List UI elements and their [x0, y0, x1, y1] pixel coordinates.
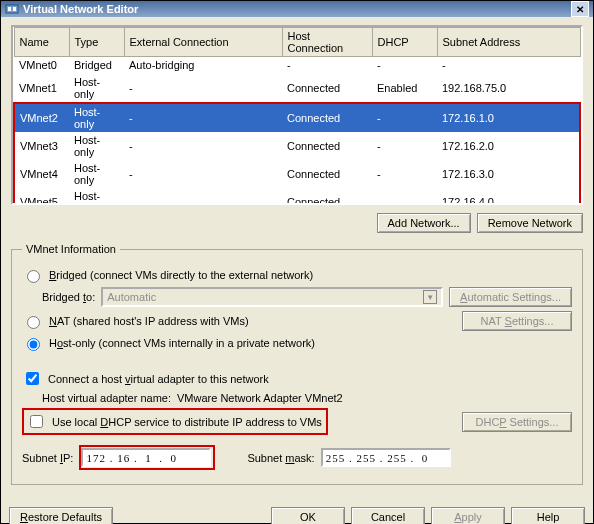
table-row[interactable]: VMnet3Host-only-Connected-172.16.2.0	[14, 132, 580, 160]
check-local-dhcp[interactable]	[30, 415, 43, 428]
adapter-name-value: VMware Network Adapter VMnet2	[177, 392, 343, 404]
titlebar: Virtual Network Editor ✕	[1, 1, 593, 17]
col-subnet[interactable]: Subnet Address	[437, 28, 580, 57]
col-name[interactable]: Name	[14, 28, 69, 57]
vmnet-info-group: VMnet Information BBridged (connect VMs …	[11, 243, 583, 485]
cell-sub: -	[437, 57, 580, 74]
cell-host: Connected	[282, 160, 372, 188]
cell-ext: Auto-bridging	[124, 57, 282, 74]
check-local-dhcp-label: Use local DHCP service to distribute IP …	[52, 416, 322, 428]
dhcp-settings-button: DHCP Settings...	[462, 412, 572, 432]
radio-hostonly-label: Host-only (connect VMs internally in a p…	[49, 337, 315, 349]
cell-type: Bridged	[69, 57, 124, 74]
cell-host: Connected	[282, 103, 372, 132]
window-title: Virtual Network Editor	[23, 3, 138, 15]
cell-sub: 172.16.2.0	[437, 132, 580, 160]
cell-sub: 192.168.75.0	[437, 74, 580, 103]
col-dhcp[interactable]: DHCP	[372, 28, 437, 57]
table-row[interactable]: VMnet5Host-only-Connected-172.16.4.0	[14, 188, 580, 206]
cell-sub: 172.16.3.0	[437, 160, 580, 188]
ok-button[interactable]: OK	[271, 507, 345, 524]
remove-network-button[interactable]: Remove Network	[477, 213, 583, 233]
table-row[interactable]: VMnet1Host-only-ConnectedEnabled192.168.…	[14, 74, 580, 103]
col-ext[interactable]: External Connection	[124, 28, 282, 57]
bridged-to-select: Automatic ▼	[101, 287, 443, 307]
subnet-mask-label: Subnet mask:	[247, 452, 314, 464]
svg-rect-2	[13, 7, 16, 11]
adapter-name-label: Host virtual adapter name:	[42, 392, 171, 404]
table-row[interactable]: VMnet0BridgedAuto-bridging---	[14, 57, 580, 74]
cell-host: Connected	[282, 74, 372, 103]
svg-rect-1	[8, 7, 11, 11]
table-row[interactable]: VMnet4Host-only-Connected-172.16.3.0	[14, 160, 580, 188]
cell-ext: -	[124, 160, 282, 188]
cell-ext: -	[124, 132, 282, 160]
cell-name: VMnet2	[14, 103, 69, 132]
cell-type: Host-only	[69, 160, 124, 188]
cell-dhcp: -	[372, 103, 437, 132]
dhcp-highlight: Use local DHCP service to distribute IP …	[22, 408, 328, 435]
cell-ext: -	[124, 188, 282, 206]
cell-host: Connected	[282, 132, 372, 160]
cell-ext: -	[124, 103, 282, 132]
cell-type: Host-only	[69, 74, 124, 103]
content: Name Type External Connection Host Conne…	[1, 17, 593, 499]
cell-name: VMnet1	[14, 74, 69, 103]
help-button[interactable]: Help	[511, 507, 585, 524]
cell-dhcp: -	[372, 132, 437, 160]
check-connect-adapter[interactable]	[26, 372, 39, 385]
cell-sub: 172.16.4.0	[437, 188, 580, 206]
cell-type: Host-only	[69, 103, 124, 132]
cell-name: VMnet5	[14, 188, 69, 206]
cell-name: VMnet3	[14, 132, 69, 160]
subnet-mask-input[interactable]	[321, 448, 451, 467]
svg-rect-0	[6, 5, 18, 13]
cell-type: Host-only	[69, 188, 124, 206]
cell-name: VMnet0	[14, 57, 69, 74]
automatic-settings-button: Automatic Settings...	[449, 287, 572, 307]
cell-sub: 172.16.1.0	[437, 103, 580, 132]
group-legend: VMnet Information	[22, 243, 120, 255]
window: Virtual Network Editor ✕ Name Type Exter…	[0, 0, 594, 524]
cell-name: VMnet4	[14, 160, 69, 188]
apply-button: Apply	[431, 507, 505, 524]
cell-host: -	[282, 57, 372, 74]
cell-dhcp: -	[372, 57, 437, 74]
cancel-button[interactable]: Cancel	[351, 507, 425, 524]
cell-type: Host-only	[69, 132, 124, 160]
subnet-ip-highlight	[79, 445, 215, 470]
radio-bridged[interactable]	[27, 270, 40, 283]
close-button[interactable]: ✕	[571, 1, 589, 17]
radio-hostonly[interactable]	[27, 338, 40, 351]
add-network-button[interactable]: Add Network...	[377, 213, 471, 233]
restore-defaults-button[interactable]: Restore Defaults	[9, 507, 113, 524]
col-type[interactable]: Type	[69, 28, 124, 57]
network-table[interactable]: Name Type External Connection Host Conne…	[11, 25, 583, 205]
radio-nat[interactable]	[27, 316, 40, 329]
cell-dhcp: Enabled	[372, 74, 437, 103]
app-icon	[5, 2, 19, 16]
footer: Restore Defaults Restore Defaults OK Can…	[1, 501, 593, 524]
nat-settings-button: NAT Settings...	[462, 311, 572, 331]
bridged-to-label: Bridged to:	[42, 291, 95, 303]
subnet-ip-input[interactable]	[81, 448, 211, 467]
check-connect-adapter-label: Connect a host virtual adapter to this n…	[48, 373, 269, 385]
cell-dhcp: -	[372, 188, 437, 206]
subnet-ip-label: Subnet IP:	[22, 452, 73, 464]
chevron-down-icon: ▼	[423, 290, 437, 304]
cell-dhcp: -	[372, 160, 437, 188]
cell-host: Connected	[282, 188, 372, 206]
cell-ext: -	[124, 74, 282, 103]
table-row[interactable]: VMnet2Host-only-Connected-172.16.1.0	[14, 103, 580, 132]
radio-bridged-label: BBridged (connect VMs directly to the ex…	[49, 269, 313, 281]
col-host[interactable]: Host Connection	[282, 28, 372, 57]
radio-nat-label: NAT (shared host's IP address with VMs)	[49, 315, 249, 327]
